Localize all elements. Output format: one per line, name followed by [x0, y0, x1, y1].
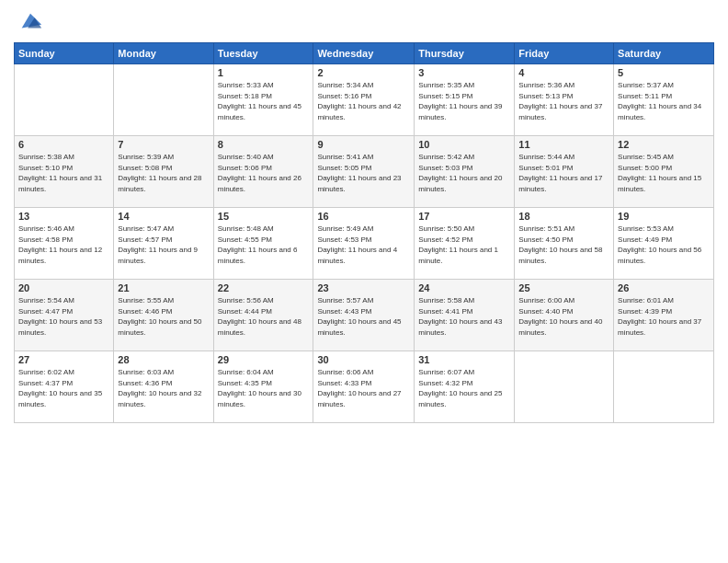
calendar-cell [114, 64, 213, 136]
calendar-cell: 16Sunrise: 5:49 AM Sunset: 4:53 PM Dayli… [313, 208, 415, 280]
day-number: 23 [317, 282, 410, 293]
day-of-week-thursday: Thursday [415, 43, 515, 64]
calendar-cell: 14Sunrise: 5:47 AM Sunset: 4:57 PM Dayli… [114, 208, 213, 280]
day-number: 9 [317, 139, 410, 150]
day-detail: Sunrise: 5:44 AM Sunset: 5:01 PM Dayligh… [518, 153, 602, 193]
day-number: 1 [218, 67, 310, 78]
day-number: 11 [518, 139, 609, 150]
calendar-cell: 18Sunrise: 5:51 AM Sunset: 4:50 PM Dayli… [515, 208, 614, 280]
calendar-cell: 6Sunrise: 5:38 AM Sunset: 5:10 PM Daylig… [15, 136, 114, 208]
day-detail: Sunrise: 5:37 AM Sunset: 5:11 PM Dayligh… [618, 81, 701, 121]
day-number: 24 [418, 282, 510, 293]
calendar-cell: 23Sunrise: 5:57 AM Sunset: 4:43 PM Dayli… [313, 280, 415, 351]
calendar-cell: 13Sunrise: 5:46 AM Sunset: 4:58 PM Dayli… [15, 208, 114, 280]
calendar-cell: 22Sunrise: 5:56 AM Sunset: 4:44 PM Dayli… [213, 280, 313, 351]
day-of-week-saturday: Saturday [614, 43, 714, 64]
day-detail: Sunrise: 5:45 AM Sunset: 5:00 PM Dayligh… [618, 153, 701, 193]
day-number: 30 [317, 354, 410, 365]
day-number: 22 [218, 282, 310, 293]
day-number: 28 [118, 354, 209, 365]
day-detail: Sunrise: 6:01 AM Sunset: 4:39 PM Dayligh… [618, 296, 701, 337]
day-number: 3 [418, 67, 510, 78]
day-number: 26 [618, 282, 710, 293]
calendar-cell: 11Sunrise: 5:44 AM Sunset: 5:01 PM Dayli… [515, 136, 614, 208]
day-number: 16 [317, 211, 410, 222]
calendar-cell: 4Sunrise: 5:36 AM Sunset: 5:13 PM Daylig… [515, 64, 614, 136]
calendar-cell: 27Sunrise: 6:02 AM Sunset: 4:37 PM Dayli… [15, 351, 114, 423]
day-number: 18 [518, 211, 609, 222]
calendar-cell: 5Sunrise: 5:37 AM Sunset: 5:11 PM Daylig… [614, 64, 714, 136]
day-number: 13 [18, 211, 109, 222]
day-detail: Sunrise: 5:48 AM Sunset: 4:55 PM Dayligh… [218, 224, 298, 265]
calendar-cell: 17Sunrise: 5:50 AM Sunset: 4:52 PM Dayli… [415, 208, 515, 280]
calendar-week-5: 27Sunrise: 6:02 AM Sunset: 4:37 PM Dayli… [15, 351, 714, 423]
day-detail: Sunrise: 5:50 AM Sunset: 4:52 PM Dayligh… [418, 224, 498, 265]
day-number: 14 [118, 211, 209, 222]
day-detail: Sunrise: 5:38 AM Sunset: 5:10 PM Dayligh… [18, 153, 102, 193]
calendar-cell: 12Sunrise: 5:45 AM Sunset: 5:00 PM Dayli… [614, 136, 714, 208]
day-number: 27 [18, 354, 109, 365]
calendar-cell: 28Sunrise: 6:03 AM Sunset: 4:36 PM Dayli… [114, 351, 213, 423]
day-detail: Sunrise: 5:58 AM Sunset: 4:41 PM Dayligh… [418, 296, 502, 337]
day-detail: Sunrise: 5:55 AM Sunset: 4:46 PM Dayligh… [118, 296, 201, 337]
day-number: 4 [518, 67, 609, 78]
day-number: 19 [618, 211, 710, 222]
day-detail: Sunrise: 5:33 AM Sunset: 5:18 PM Dayligh… [218, 81, 301, 121]
calendar-container: SundayMondayTuesdayWednesdayThursdayFrid… [0, 0, 728, 563]
calendar-cell [614, 351, 714, 423]
day-detail: Sunrise: 5:49 AM Sunset: 4:53 PM Dayligh… [317, 224, 397, 265]
day-detail: Sunrise: 6:02 AM Sunset: 4:37 PM Dayligh… [18, 368, 102, 408]
day-detail: Sunrise: 5:51 AM Sunset: 4:50 PM Dayligh… [518, 224, 602, 265]
calendar-week-1: 1Sunrise: 5:33 AM Sunset: 5:18 PM Daylig… [15, 64, 714, 136]
day-detail: Sunrise: 5:39 AM Sunset: 5:08 PM Dayligh… [118, 153, 201, 193]
calendar-cell: 15Sunrise: 5:48 AM Sunset: 4:55 PM Dayli… [213, 208, 313, 280]
day-detail: Sunrise: 5:47 AM Sunset: 4:57 PM Dayligh… [118, 224, 198, 265]
header [14, 9, 714, 35]
calendar-cell: 31Sunrise: 6:07 AM Sunset: 4:32 PM Dayli… [415, 351, 515, 423]
calendar-week-3: 13Sunrise: 5:46 AM Sunset: 4:58 PM Dayli… [15, 208, 714, 280]
calendar-cell: 3Sunrise: 5:35 AM Sunset: 5:15 PM Daylig… [415, 64, 515, 136]
days-of-week-row: SundayMondayTuesdayWednesdayThursdayFrid… [15, 43, 714, 64]
calendar-cell: 1Sunrise: 5:33 AM Sunset: 5:18 PM Daylig… [213, 64, 313, 136]
day-number: 20 [18, 282, 109, 293]
day-detail: Sunrise: 6:07 AM Sunset: 4:32 PM Dayligh… [418, 368, 502, 408]
calendar-cell [515, 351, 614, 423]
calendar-cell: 2Sunrise: 5:34 AM Sunset: 5:16 PM Daylig… [313, 64, 415, 136]
calendar-cell: 29Sunrise: 6:04 AM Sunset: 4:35 PM Dayli… [213, 351, 313, 423]
day-of-week-sunday: Sunday [15, 43, 114, 64]
calendar-cell: 8Sunrise: 5:40 AM Sunset: 5:06 PM Daylig… [213, 136, 313, 208]
calendar-table: SundayMondayTuesdayWednesdayThursdayFrid… [14, 42, 714, 423]
calendar-cell [15, 64, 114, 136]
calendar-cell: 24Sunrise: 5:58 AM Sunset: 4:41 PM Dayli… [415, 280, 515, 351]
day-detail: Sunrise: 5:57 AM Sunset: 4:43 PM Dayligh… [317, 296, 401, 337]
day-number: 31 [418, 354, 510, 365]
day-number: 7 [118, 139, 209, 150]
day-detail: Sunrise: 6:00 AM Sunset: 4:40 PM Dayligh… [518, 296, 602, 337]
day-of-week-tuesday: Tuesday [213, 43, 313, 64]
day-number: 17 [418, 211, 510, 222]
day-detail: Sunrise: 5:35 AM Sunset: 5:15 PM Dayligh… [418, 81, 502, 121]
calendar-cell: 26Sunrise: 6:01 AM Sunset: 4:39 PM Dayli… [614, 280, 714, 351]
calendar-header: SundayMondayTuesdayWednesdayThursdayFrid… [15, 43, 714, 64]
day-number: 8 [218, 139, 310, 150]
day-detail: Sunrise: 6:03 AM Sunset: 4:36 PM Dayligh… [118, 368, 201, 408]
day-detail: Sunrise: 6:06 AM Sunset: 4:33 PM Dayligh… [317, 368, 401, 408]
day-of-week-friday: Friday [515, 43, 614, 64]
day-number: 15 [218, 211, 310, 222]
day-number: 29 [218, 354, 310, 365]
calendar-cell: 25Sunrise: 6:00 AM Sunset: 4:40 PM Dayli… [515, 280, 614, 351]
day-detail: Sunrise: 6:04 AM Sunset: 4:35 PM Dayligh… [218, 368, 301, 408]
day-detail: Sunrise: 5:40 AM Sunset: 5:06 PM Dayligh… [218, 153, 301, 193]
day-detail: Sunrise: 5:34 AM Sunset: 5:16 PM Dayligh… [317, 81, 401, 121]
day-detail: Sunrise: 5:42 AM Sunset: 5:03 PM Dayligh… [418, 153, 502, 193]
calendar-cell: 20Sunrise: 5:54 AM Sunset: 4:47 PM Dayli… [15, 280, 114, 351]
calendar-cell: 19Sunrise: 5:53 AM Sunset: 4:49 PM Dayli… [614, 208, 714, 280]
day-number: 10 [418, 139, 510, 150]
calendar-cell: 21Sunrise: 5:55 AM Sunset: 4:46 PM Dayli… [114, 280, 213, 351]
day-of-week-monday: Monday [114, 43, 213, 64]
logo [14, 9, 43, 35]
day-detail: Sunrise: 5:56 AM Sunset: 4:44 PM Dayligh… [218, 296, 301, 337]
calendar-week-4: 20Sunrise: 5:54 AM Sunset: 4:47 PM Dayli… [15, 280, 714, 351]
calendar-cell: 30Sunrise: 6:06 AM Sunset: 4:33 PM Dayli… [313, 351, 415, 423]
day-number: 21 [118, 282, 209, 293]
